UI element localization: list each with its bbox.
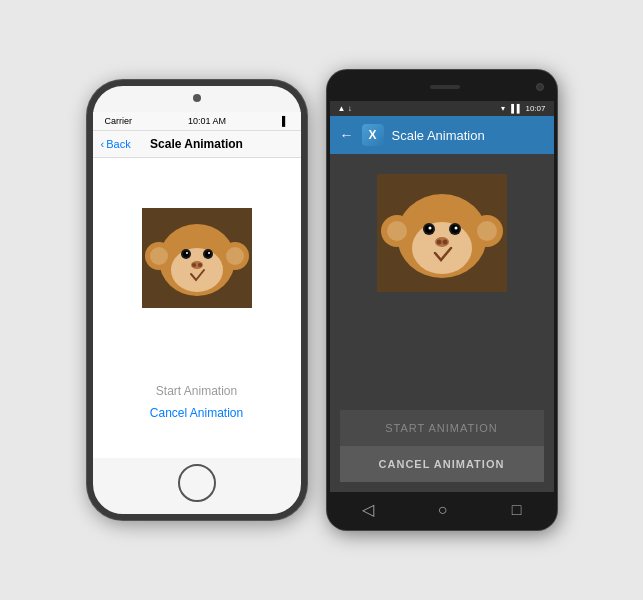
ios-nav-bar: ‹ Back Scale Animation bbox=[93, 131, 301, 158]
android-camera bbox=[536, 83, 544, 91]
android-buttons-area: START ANIMATION CANCEL ANIMATION bbox=[340, 410, 544, 482]
svg-point-15 bbox=[198, 263, 202, 267]
android-screen-title: Scale Animation bbox=[392, 128, 485, 143]
ios-content: Start Animation Cancel Animation bbox=[93, 158, 301, 458]
android-cancel-animation-button[interactable]: CANCEL ANIMATION bbox=[340, 446, 544, 482]
android-time: 10:07 bbox=[525, 104, 545, 113]
android-start-animation-button[interactable]: START ANIMATION bbox=[340, 410, 544, 446]
ios-back-label: Back bbox=[106, 138, 130, 150]
android-content: START ANIMATION CANCEL ANIMATION bbox=[330, 154, 554, 492]
android-home-nav-icon[interactable]: ○ bbox=[438, 501, 448, 519]
ios-vol-down-button[interactable] bbox=[87, 204, 88, 232]
svg-point-9 bbox=[183, 251, 189, 257]
ios-nav-title: Scale Animation bbox=[150, 137, 243, 151]
ios-status-bar: Carrier 10:01 AM ▌ bbox=[93, 112, 301, 131]
android-battery-icon: ▌ bbox=[517, 104, 523, 113]
ios-screen: Carrier 10:01 AM ▌ ‹ Back Scale Animatio… bbox=[93, 112, 301, 458]
svg-point-28 bbox=[454, 227, 457, 230]
android-top-bar bbox=[330, 73, 554, 101]
svg-point-21 bbox=[477, 221, 497, 241]
android-nav-bar: ◁ ○ □ bbox=[330, 492, 554, 527]
ios-battery-icon: ▌ bbox=[282, 116, 288, 126]
ios-carrier: Carrier bbox=[105, 116, 133, 126]
android-back-nav-icon[interactable]: ◁ bbox=[362, 500, 374, 519]
android-notification-icons: ▲ ↓ bbox=[338, 104, 352, 113]
android-back-button[interactable]: ← bbox=[340, 127, 354, 143]
android-speaker bbox=[430, 85, 460, 89]
svg-point-5 bbox=[226, 247, 244, 265]
ios-monkey-image bbox=[142, 208, 252, 308]
svg-point-6 bbox=[171, 248, 223, 292]
svg-point-3 bbox=[150, 247, 168, 265]
android-monkey-image bbox=[377, 174, 507, 292]
android-phone: ▲ ↓ ▾ ▐ ▌ 10:07 ← X Scale Animation bbox=[327, 70, 557, 530]
svg-point-12 bbox=[208, 252, 210, 254]
ios-power-button[interactable] bbox=[306, 186, 307, 226]
android-status-bar: ▲ ↓ ▾ ▐ ▌ 10:07 bbox=[330, 101, 554, 116]
svg-point-14 bbox=[192, 263, 196, 267]
svg-point-19 bbox=[387, 221, 407, 241]
ios-phone: Carrier 10:01 AM ▌ ‹ Back Scale Animatio… bbox=[87, 80, 307, 520]
android-status-left: ▲ ↓ bbox=[338, 104, 352, 113]
svg-point-30 bbox=[436, 240, 441, 245]
android-title-bar: ← X Scale Animation bbox=[330, 116, 554, 154]
android-app-icon-label: X bbox=[368, 128, 376, 142]
android-app-icon: X bbox=[362, 124, 384, 146]
android-recents-nav-icon[interactable]: □ bbox=[512, 501, 522, 519]
svg-point-27 bbox=[428, 227, 431, 230]
ios-cancel-animation-button[interactable]: Cancel Animation bbox=[150, 406, 243, 420]
android-signal-icon: ▐ bbox=[508, 104, 514, 113]
android-status-right: ▾ ▐ ▌ 10:07 bbox=[501, 104, 545, 113]
svg-point-22 bbox=[412, 222, 472, 274]
ios-time: 10:01 AM bbox=[188, 116, 226, 126]
ios-back-button[interactable]: ‹ Back bbox=[101, 138, 131, 150]
ios-vol-up-button[interactable] bbox=[87, 166, 88, 194]
svg-point-11 bbox=[186, 252, 188, 254]
phones-container: Carrier 10:01 AM ▌ ‹ Back Scale Animatio… bbox=[67, 50, 577, 550]
ios-back-chevron-icon: ‹ bbox=[101, 138, 105, 150]
ios-start-animation-button[interactable]: Start Animation bbox=[156, 384, 237, 398]
svg-point-31 bbox=[442, 240, 447, 245]
android-wifi-icon: ▾ bbox=[501, 104, 505, 113]
svg-point-10 bbox=[205, 251, 211, 257]
